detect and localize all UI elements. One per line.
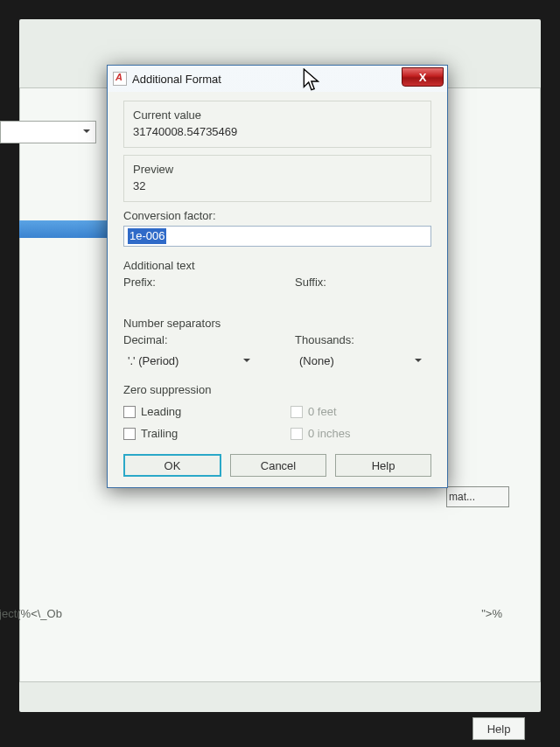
- number-separators-label: Number separators: [123, 317, 431, 330]
- current-value: 31740008.54735469: [133, 125, 422, 138]
- decimal-value: '.' (Period): [128, 354, 178, 367]
- app-icon: [113, 72, 127, 86]
- close-button[interactable]: X: [402, 67, 444, 87]
- inches-checkbox-row: 0 inches: [290, 427, 431, 440]
- decimal-dropdown[interactable]: '.' (Period): [123, 350, 255, 371]
- additional-format-dialog: Additional Format X Current value 317400…: [107, 65, 448, 488]
- preview-label: Preview: [133, 163, 422, 176]
- feet-checkbox: [290, 406, 303, 418]
- cancel-button[interactable]: Cancel: [230, 454, 326, 477]
- background-help-button[interactable]: Help: [472, 717, 525, 740]
- leading-checkbox-row[interactable]: Leading: [123, 405, 264, 418]
- background-field-expression-left: 6.2 Object(%<\_Ob: [0, 607, 62, 620]
- background-field-expression-right: ">%: [481, 607, 502, 620]
- suffix-label: Suffix:: [295, 276, 431, 289]
- background-dropdown[interactable]: [0, 121, 96, 143]
- preview-value: 32: [133, 179, 422, 192]
- background-format-button[interactable]: mat...: [446, 486, 509, 507]
- thousands-dropdown[interactable]: (None): [295, 350, 426, 371]
- current-value-group: Current value 31740008.54735469: [123, 101, 431, 148]
- decimal-label: Decimal:: [123, 333, 260, 346]
- zero-suppression-label: Zero suppression: [123, 383, 431, 396]
- inches-label: 0 inches: [308, 427, 350, 440]
- leading-label: Leading: [141, 405, 181, 418]
- conversion-factor-value: 1e-006: [128, 228, 166, 244]
- inches-checkbox: [290, 428, 303, 440]
- conversion-factor-input[interactable]: 1e-006: [123, 226, 431, 247]
- thousands-label: Thousands:: [295, 333, 431, 346]
- chevron-down-icon: [415, 359, 422, 366]
- background-selection-bar: [19, 220, 114, 238]
- help-button[interactable]: Help: [335, 454, 431, 477]
- dialog-title: Additional Format: [132, 73, 402, 86]
- prefix-label: Prefix:: [123, 276, 260, 289]
- conversion-factor-label: Conversion factor:: [123, 209, 431, 222]
- additional-text-label: Additional text: [123, 259, 431, 272]
- trailing-checkbox-row[interactable]: Trailing: [123, 427, 264, 440]
- preview-group: Preview 32: [123, 155, 431, 202]
- current-value-label: Current value: [133, 108, 422, 122]
- chevron-down-icon: [243, 359, 250, 366]
- trailing-label: Trailing: [141, 427, 178, 440]
- leading-checkbox[interactable]: [123, 406, 136, 418]
- titlebar[interactable]: Additional Format X: [108, 66, 447, 92]
- ok-button[interactable]: OK: [123, 454, 221, 477]
- close-icon: X: [419, 71, 427, 84]
- feet-label: 0 feet: [308, 405, 337, 418]
- thousands-value: (None): [299, 354, 334, 367]
- trailing-checkbox[interactable]: [123, 428, 136, 440]
- feet-checkbox-row: 0 feet: [290, 405, 431, 418]
